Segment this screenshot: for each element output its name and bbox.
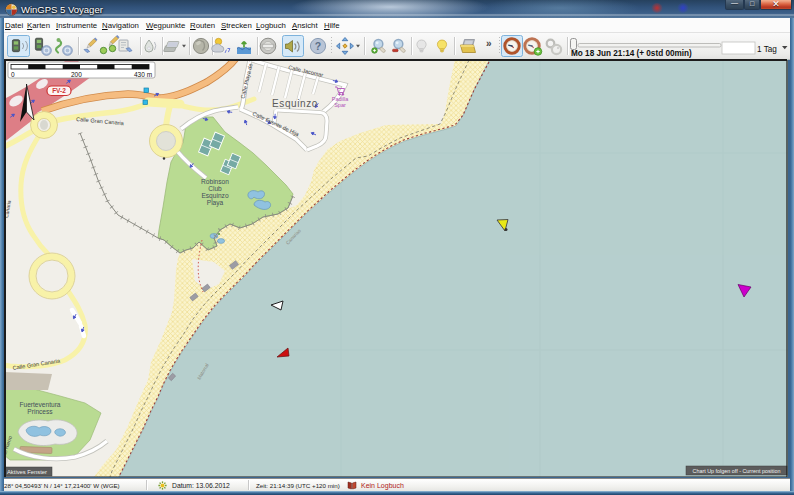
svg-text:430 m: 430 m [134, 71, 152, 78]
svg-text:1 Tag: 1 Tag [757, 45, 777, 54]
svg-text:Mo 18 Jun 21:14 (+ 0std 00min: Mo 18 Jun 21:14 (+ 0std 00min) [571, 49, 692, 58]
svg-text:Chart Up folgen off - Current: Chart Up folgen off - Current position [693, 468, 781, 474]
svg-text:Princess: Princess [27, 408, 53, 415]
svg-text:Esquinzo: Esquinzo [272, 98, 318, 109]
svg-text:200: 200 [71, 71, 82, 78]
svg-text:FV-2: FV-2 [52, 87, 66, 94]
svg-text:?: ? [315, 40, 321, 52]
svg-text:Club: Club [208, 185, 222, 192]
svg-text:Aktives Fenster: Aktives Fenster [7, 469, 47, 475]
svg-text:Robinson: Robinson [201, 178, 229, 185]
svg-text:Fuerteventura: Fuerteventura [19, 401, 60, 408]
svg-text:»: » [486, 38, 492, 49]
svg-text:Playa: Playa [207, 199, 224, 207]
svg-text:0: 0 [11, 71, 15, 78]
svg-text:Spar: Spar [334, 102, 346, 108]
